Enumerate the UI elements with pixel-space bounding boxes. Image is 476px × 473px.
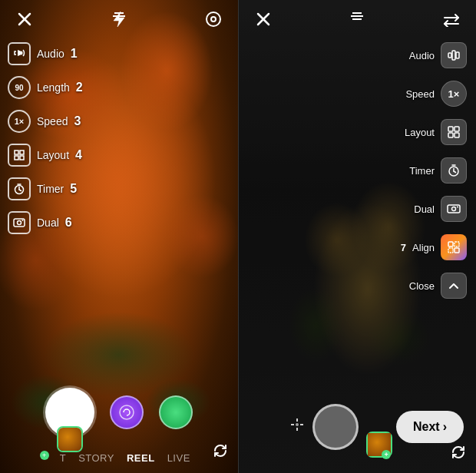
capture-row: ✦ [0,379,238,446]
layout-label: Layout [37,149,69,161]
capture-row-right: Next › [239,395,477,459]
audio-icon [8,42,31,65]
dual-number: 6 [65,216,72,230]
settings-button-left[interactable] [201,7,226,31]
menu-item-timer[interactable]: Timer 5 [8,177,83,200]
svg-rect-25 [456,52,459,58]
svg-rect-39 [448,248,453,253]
timer-label: Timer [37,183,64,195]
next-label: Next [413,420,440,434]
left-panel: Audio 1 90 Length 2 1× Speed 3 [0,0,238,473]
right-speed-icon: 1× [441,81,467,107]
right-menu-item-dual[interactable]: Dual [414,196,467,222]
right-audio-icon [441,42,467,68]
speed-icon: 1× [8,110,31,133]
top-bar-left [0,0,238,38]
flip-button-right[interactable] [439,7,464,31]
right-layout-label: Layout [405,127,435,138]
svg-line-32 [454,171,456,173]
right-layout-icon [441,119,467,145]
right-align-icon [441,234,467,260]
right-close-icon [441,273,467,299]
svg-rect-40 [455,248,459,253]
right-menu-item-speed[interactable]: Speed 1× [405,81,467,107]
timer-icon [8,177,31,200]
layout-number: 4 [75,148,82,162]
length-icon: 90 [8,76,31,99]
right-timer-icon [441,157,467,184]
menu-item-speed[interactable]: 1× Speed 3 [8,110,83,133]
svg-point-36 [457,207,458,208]
right-close-label: Close [409,280,435,292]
mode-bar-left: + T STORY REEL LIVE [0,446,238,473]
next-chevron: › [443,420,447,434]
svg-point-15 [18,221,21,225]
right-menu-item-layout[interactable]: Layout [405,119,467,145]
timer-number: 5 [70,182,77,196]
svg-rect-24 [452,51,455,60]
side-menu-right: Audio Speed 1× Layout [401,42,467,299]
dual-icon [8,211,31,234]
svg-point-35 [452,207,456,211]
right-menu-item-audio[interactable]: Audio [409,42,467,68]
audio-label: Audio [37,48,64,60]
audio-number: 1 [71,47,78,61]
svg-point-16 [22,220,24,221]
close-button-left[interactable] [12,7,37,31]
length-label: Length [37,81,70,94]
close-button-right[interactable] [251,7,276,31]
right-panel: Audio Speed 1× Layout [239,0,477,473]
top-bar-right [239,0,477,38]
svg-rect-28 [448,133,453,137]
avatar-left[interactable] [57,426,83,452]
svg-point-17 [120,405,134,419]
capture-button-right[interactable] [312,404,359,450]
side-menu-left: Audio 1 90 Length 2 1× Speed 3 [8,42,83,234]
right-speed-value: 1× [448,88,460,100]
right-dual-icon [441,196,467,222]
menu-item-audio[interactable]: Audio 1 [8,42,83,65]
effect-button-purple[interactable] [110,395,144,429]
mode-text-live[interactable]: LIVE [167,452,190,464]
bottom-bar-left: ✦ + T STORY REEL LIVE [0,379,238,473]
svg-rect-26 [448,127,453,131]
mode-text-t[interactable]: T [60,452,66,464]
refresh-icon-left[interactable] [212,442,229,464]
right-dual-label: Dual [414,203,435,215]
right-speed-label: Speed [405,88,435,100]
refresh-icon-right[interactable] [450,444,467,465]
length-number: 2 [76,81,83,94]
svg-line-12 [19,190,21,191]
menu-item-dual[interactable]: Dual 6 [8,211,83,234]
sparkle-icon: ✦ [58,403,71,422]
speed-number: 3 [74,114,81,128]
right-menu-item-close[interactable]: Close [409,273,467,299]
svg-point-45 [296,423,299,426]
svg-point-4 [207,12,220,26]
right-audio-label: Audio [409,50,435,61]
right-timer-label: Timer [409,165,435,177]
right-menu-item-align[interactable]: 7 Align [401,234,467,260]
effect-button-green[interactable] [159,395,193,429]
flash-button-right[interactable] [345,7,369,31]
svg-rect-38 [455,242,459,246]
flash-button-left[interactable] [107,7,131,31]
svg-rect-27 [455,127,459,131]
menu-item-length[interactable]: 90 Length 2 [8,76,83,99]
mode-text-story[interactable]: STORY [78,452,114,464]
svg-rect-23 [448,53,451,58]
menu-item-layout[interactable]: Layout 4 [8,144,83,167]
mode-text-reel[interactable]: REEL [127,452,155,464]
svg-rect-9 [20,156,24,160]
next-button[interactable]: Next › [396,411,464,443]
speed-label: Speed [37,115,68,127]
svg-rect-37 [448,242,453,246]
dual-label: Dual [37,217,59,229]
svg-rect-34 [448,205,460,213]
crosshair-icon [289,417,305,437]
right-menu-item-timer[interactable]: Timer [409,157,467,184]
svg-rect-6 [15,150,18,154]
layout-icon [8,144,31,167]
mode-bar-right: + [239,459,477,473]
avatar-plus-left: + [40,451,49,460]
